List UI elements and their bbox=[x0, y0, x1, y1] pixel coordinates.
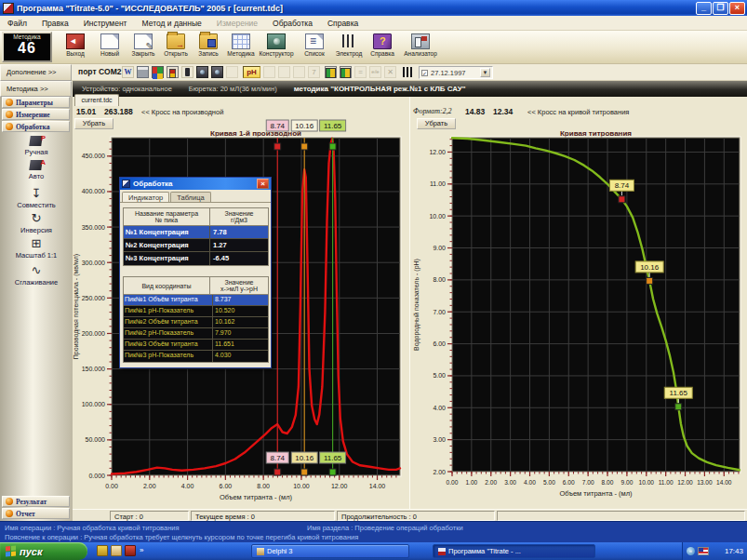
method-info-bar: Устройство: одноканальное Бюретка: 20 мЛ… bbox=[73, 81, 747, 97]
left-cross-link[interactable]: << Кросс на производной bbox=[141, 108, 223, 116]
menu-help[interactable]: Справка bbox=[320, 19, 366, 28]
menu-processing[interactable]: Обработка bbox=[265, 19, 320, 28]
app-icon bbox=[3, 3, 14, 14]
analyzer-button[interactable]: Анализатор bbox=[399, 33, 442, 62]
column-header: Название параметра№ пика bbox=[124, 208, 210, 225]
svg-text:14.00: 14.00 bbox=[716, 479, 732, 486]
svg-text:350.000: 350.000 bbox=[82, 224, 105, 231]
curve-point-marker[interactable] bbox=[619, 196, 625, 203]
table-row[interactable]: №2 Концентрация1.27 bbox=[124, 239, 268, 252]
addition-button[interactable]: Дополнение >> bbox=[0, 64, 72, 81]
crosshair-handle[interactable] bbox=[274, 143, 281, 150]
snapshot-icon[interactable] bbox=[211, 66, 223, 78]
menu-method-data[interactable]: Метод и данные bbox=[135, 19, 209, 28]
start-button[interactable]: пуск bbox=[0, 542, 87, 560]
menu-instrument[interactable]: Инструмент bbox=[76, 19, 135, 28]
methodika-button[interactable]: Методика >> bbox=[0, 81, 72, 97]
svg-text:1.00: 1.00 bbox=[465, 479, 477, 486]
dialog-title-bar[interactable]: Обработка × bbox=[120, 178, 271, 190]
row-value: -6.45 bbox=[210, 252, 268, 265]
crosshair-handle[interactable] bbox=[329, 469, 336, 475]
titration-chart[interactable]: 0.001.002.003.004.005.006.007.008.009.00… bbox=[409, 117, 747, 508]
quicklaunch-more-icon[interactable]: » bbox=[140, 545, 151, 556]
right-readout-x: 14.83 bbox=[465, 107, 485, 116]
table-row[interactable]: Пик№2 Объём титранта10.162 bbox=[124, 317, 268, 328]
help-book-icon bbox=[373, 33, 392, 49]
keyboard-layout-icon[interactable] bbox=[698, 547, 709, 555]
row-value: 10.520 bbox=[213, 306, 268, 316]
minimize-button[interactable]: _ bbox=[696, 2, 712, 15]
right-cross-link[interactable]: << Кросс на кривой титрования bbox=[527, 108, 629, 116]
task-delphi[interactable]: Delphi 3 bbox=[251, 544, 409, 558]
sidebar-item-report[interactable]: Отчет bbox=[2, 508, 70, 519]
crosshair-handle[interactable] bbox=[329, 143, 336, 150]
camera-icon[interactable] bbox=[196, 66, 208, 78]
printer-icon[interactable] bbox=[137, 66, 149, 78]
sidebar-item-measurement[interactable]: Измерение bbox=[2, 109, 70, 120]
method-name: методика "КОНТРОЛЬНАЯ реж.№1 с КЛБ САУ" bbox=[294, 85, 466, 93]
indicator-icon[interactable] bbox=[167, 66, 179, 78]
help-button[interactable]: Справка bbox=[365, 33, 400, 62]
burette-info: Бюретка: 20 мЛ(36 мл/мин) bbox=[189, 85, 277, 93]
tab-indicator[interactable]: Индикатор bbox=[122, 192, 169, 202]
method-button[interactable]: Методика bbox=[223, 33, 259, 62]
row-name: Пик№3 pH-Показатель bbox=[124, 351, 213, 362]
tool-combine[interactable]: ↧ Совместить bbox=[0, 187, 73, 209]
ph-mode-button[interactable]: pH bbox=[243, 66, 260, 78]
palette-icon[interactable] bbox=[152, 66, 164, 78]
maximize-button[interactable]: ❐ bbox=[713, 2, 728, 15]
chevron-down-icon[interactable]: ▼ bbox=[480, 68, 490, 77]
column-header: Вид координаты bbox=[124, 277, 210, 294]
method-number-box[interactable]: Методика 46 bbox=[2, 32, 52, 62]
table-export-icon[interactable] bbox=[340, 66, 352, 78]
sidebar-item-parameters[interactable]: Параметры bbox=[2, 97, 70, 108]
tool-smoothing[interactable]: ∿ Сглаживание bbox=[0, 264, 73, 287]
menu-measurement[interactable]: Измерение bbox=[209, 19, 265, 28]
close-file-button[interactable]: Закрыть bbox=[126, 33, 161, 62]
dialog-close-button[interactable]: × bbox=[257, 179, 269, 189]
menu-file[interactable]: Файл bbox=[0, 19, 34, 28]
table-row[interactable]: Пик№3 pH-Показатель4.030 bbox=[124, 351, 268, 362]
quicklaunch-folder-icon[interactable] bbox=[111, 545, 122, 556]
tab-current-tdc[interactable]: current.tdc bbox=[74, 94, 119, 106]
svg-text:10.16: 10.16 bbox=[640, 263, 660, 272]
date-picker[interactable]: ✓ 27.12.1997 ▼ bbox=[419, 66, 493, 79]
word-icon[interactable]: W bbox=[122, 66, 134, 78]
crosshair-handle[interactable] bbox=[301, 469, 308, 475]
tool-auto[interactable]: А Авто bbox=[0, 158, 73, 180]
curve-point-marker[interactable] bbox=[647, 277, 653, 284]
table-row[interactable]: Пик№1 Объём титранта8.737 bbox=[124, 295, 268, 306]
quicklaunch-lock-icon[interactable] bbox=[97, 545, 108, 556]
bottle-icon[interactable] bbox=[181, 66, 193, 78]
sidebar-item-processing[interactable]: Обработка bbox=[2, 121, 70, 132]
tool-inversion[interactable]: ↻ Инверсия bbox=[0, 212, 73, 234]
curve-point-marker[interactable] bbox=[675, 404, 682, 410]
constructor-button[interactable]: Конструктор bbox=[257, 33, 296, 62]
date-checkbox[interactable]: ✓ bbox=[421, 70, 428, 76]
table-row[interactable]: Пик№2 pH-Показатель7.970 bbox=[124, 328, 268, 340]
electrode-button[interactable]: Электрод bbox=[331, 33, 367, 62]
processing-dialog: Обработка × Индикатор Таблица Название п… bbox=[119, 177, 272, 368]
open-button[interactable]: Открыть bbox=[158, 33, 193, 62]
table-row[interactable]: Пик№1 pH-Показатель10.520 bbox=[124, 306, 268, 317]
table-icon[interactable] bbox=[325, 66, 337, 78]
tab-table[interactable]: Таблица bbox=[170, 192, 210, 202]
new-button[interactable]: Новый bbox=[92, 33, 127, 62]
close-button[interactable]: × bbox=[729, 2, 745, 15]
crosshair-handle[interactable] bbox=[274, 469, 281, 475]
record-button[interactable]: Запись bbox=[191, 33, 226, 62]
crosshair-handle[interactable] bbox=[301, 143, 308, 150]
tool-scale-1-1[interactable]: ⊞ Масштаб 1:1 bbox=[0, 237, 73, 260]
exit-button[interactable]: Выход bbox=[58, 33, 93, 62]
tray-chevron-icon[interactable]: « bbox=[687, 547, 695, 555]
burette-icon[interactable] bbox=[401, 66, 413, 78]
task-titrate[interactable]: Программа "Titrate - ... bbox=[433, 544, 595, 558]
table-row[interactable]: №1 Концентрация7.78 bbox=[124, 226, 268, 239]
tool-manual[interactable]: Р Ручная bbox=[0, 134, 73, 156]
table-row[interactable]: Пик№3 Объём титранта11.651 bbox=[124, 340, 268, 351]
table-row[interactable]: №3 Концентрация-6.45 bbox=[124, 252, 268, 265]
quicklaunch-monitor-icon[interactable] bbox=[125, 545, 136, 556]
list-button[interactable]: Список bbox=[297, 33, 332, 62]
menu-edit[interactable]: Правка bbox=[34, 19, 76, 28]
sidebar-item-result[interactable]: Результат bbox=[2, 496, 70, 507]
